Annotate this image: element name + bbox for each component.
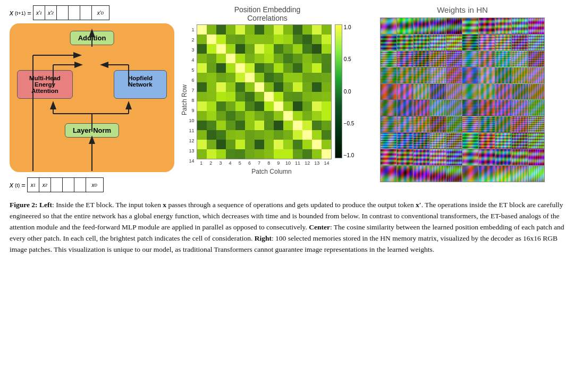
heatmap-cell <box>226 44 235 54</box>
weight-cell <box>413 133 429 149</box>
heatmap-cell <box>207 82 216 92</box>
caption-right-label: Right <box>255 234 272 242</box>
heatmap-cell <box>322 111 331 121</box>
heatmap-cell <box>216 35 226 44</box>
heatmap-cell <box>207 54 216 63</box>
weight-cell <box>479 84 495 100</box>
heatmap-cell <box>197 82 207 92</box>
heatmap-cell <box>235 44 245 54</box>
heatmap-cell <box>207 130 216 140</box>
top-eq-sup: (t+1) <box>15 10 26 16</box>
weight-cell <box>446 133 462 149</box>
heatmap-cell <box>197 121 207 130</box>
weight-cell <box>413 116 429 132</box>
bottom-matrix-cell-4 <box>63 178 74 192</box>
heatmap-cell <box>312 111 322 121</box>
heatmap-cell <box>235 54 245 63</box>
heatmap-cell <box>312 73 322 82</box>
weight-cell <box>479 67 495 83</box>
heatmap-cell <box>235 121 245 130</box>
heatmap-cell <box>283 25 293 35</box>
weight-cell <box>479 149 495 165</box>
caption-left-label: Left <box>39 201 52 209</box>
heatmap-cell <box>312 101 322 111</box>
weight-cell <box>462 18 478 34</box>
heatmap-cell <box>216 149 226 159</box>
heatmap-cell <box>293 121 302 130</box>
weight-cell <box>430 84 446 100</box>
heatmap-cell <box>226 140 235 149</box>
heatmap-section: Position EmbeddingCorrelations Patch Row… <box>180 5 355 175</box>
heatmap-cell <box>312 25 322 35</box>
colorbar-label-mid-low: −0.5 <box>344 121 354 126</box>
heatmap-cell <box>255 111 264 121</box>
weight-cell <box>479 51 495 67</box>
heatmap-cell <box>197 130 207 140</box>
weight-cell <box>495 18 511 34</box>
weight-cell <box>430 100 446 116</box>
weight-cell <box>413 149 429 165</box>
weight-cell <box>430 35 446 50</box>
caption-center-label: Center <box>309 223 330 231</box>
weight-cell <box>446 51 462 67</box>
bottom-eq-equals: = <box>21 181 26 189</box>
heatmap-cell <box>302 73 312 82</box>
heatmap-cell <box>207 149 216 159</box>
weight-cell <box>446 166 462 182</box>
heatmap-cell <box>283 111 293 121</box>
heatmap-cell <box>245 149 255 159</box>
weight-cell <box>397 100 413 116</box>
weight-cell <box>512 35 528 50</box>
heatmap-cell <box>283 63 293 73</box>
weight-cell <box>397 133 413 149</box>
colorbar-section: 1.0 0.5 0.0 −0.5 −1.0 <box>335 24 354 166</box>
weight-cell <box>413 100 429 116</box>
weight-cell <box>397 35 413 50</box>
bottom-matrix-cell-6: xD <box>86 178 103 192</box>
heatmap-cell <box>322 73 331 82</box>
heatmap-cell <box>197 92 207 101</box>
weight-cell <box>479 133 495 149</box>
heatmap-cell <box>197 35 207 44</box>
top-matrix-cell-2: x′2 <box>45 6 57 20</box>
heatmap-cell <box>293 140 302 149</box>
heatmap-cell <box>322 44 331 54</box>
colorbar <box>335 24 342 158</box>
heatmap-cell <box>235 63 245 73</box>
heatmap-cell <box>235 82 245 92</box>
heatmap-cell <box>216 101 226 111</box>
weight-cell <box>381 35 396 50</box>
heatmap-cell <box>235 111 245 121</box>
heatmap-cell <box>255 121 264 130</box>
heatmap-cell <box>245 63 255 73</box>
heatmap-grid <box>197 24 332 159</box>
bottom-matrix-cell-3 <box>51 178 63 192</box>
heatmap-cell <box>255 54 264 63</box>
heatmap-cell <box>264 44 274 54</box>
heatmap-cell <box>293 82 302 92</box>
heatmap-cell <box>322 101 331 111</box>
heatmap-cell <box>216 130 226 140</box>
heatmap-cell <box>197 111 207 121</box>
weight-cell <box>528 51 544 67</box>
heatmap-cell <box>235 25 245 35</box>
weight-cell <box>397 18 413 34</box>
bottom-eq-sup: (t) <box>15 182 20 188</box>
weight-cell <box>446 116 462 132</box>
heatmap-cell <box>197 63 207 73</box>
weight-cell <box>495 51 511 67</box>
heatmap-cell <box>264 35 274 44</box>
heatmap-cell <box>274 73 283 82</box>
heatmap-cell <box>274 149 283 159</box>
heatmap-cell <box>207 140 216 149</box>
weight-cell <box>479 18 495 34</box>
heatmap-cell <box>322 121 331 130</box>
weight-cell <box>479 116 495 132</box>
heatmap-cell <box>235 149 245 159</box>
weight-cell <box>512 166 528 182</box>
weights-title: Weights in HN <box>437 5 488 14</box>
weight-cell <box>430 51 446 67</box>
heatmap-cell <box>207 25 216 35</box>
heatmap-cell <box>226 121 235 130</box>
colorbar-label-top: 1.0 <box>344 24 354 30</box>
